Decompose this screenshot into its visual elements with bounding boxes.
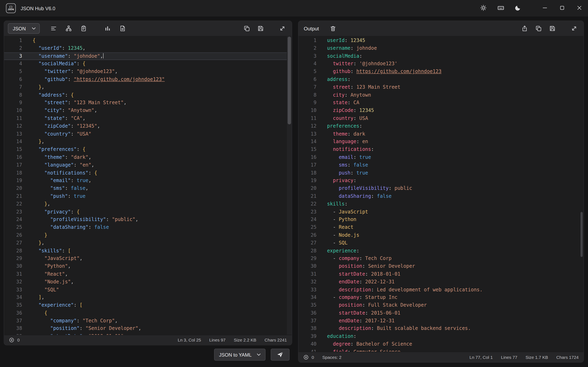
- format-button[interactable]: [48, 23, 59, 34]
- language-selector[interactable]: JSON: [8, 23, 40, 34]
- code-line[interactable]: 13 "country": "USA": [4, 130, 292, 138]
- code-line[interactable]: 19 privacy:: [298, 177, 584, 185]
- code-line[interactable]: 11 country: USA: [298, 115, 584, 122]
- code-line[interactable]: 29 "JavaScript",: [4, 255, 292, 263]
- code-line[interactable]: 2 "userId": 12345,: [4, 44, 292, 52]
- json-editor[interactable]: 1{2 "userId": 12345,3 "username": "johnd…: [4, 36, 292, 335]
- code-line[interactable]: 4 "socialMedia": {: [4, 60, 292, 68]
- save-input-button[interactable]: [255, 23, 266, 34]
- code-line[interactable]: 7 },: [4, 83, 292, 91]
- code-line[interactable]: 27 - SQL: [298, 239, 584, 247]
- code-line[interactable]: 11 "state": "CA",: [4, 115, 292, 122]
- code-line[interactable]: 14 },: [4, 138, 292, 146]
- code-line[interactable]: 28experience:: [298, 247, 584, 255]
- code-line[interactable]: 5 github: https://github.com/johndoe123: [298, 68, 584, 76]
- code-line[interactable]: 32 "Node.js",: [4, 278, 292, 286]
- theme-toggle-button[interactable]: [509, 0, 526, 17]
- right-scrollbar-thumb[interactable]: [580, 212, 583, 257]
- code-line[interactable]: 23 - JavaScript: [298, 208, 584, 216]
- code-line[interactable]: 6 "github": "https://github.com/johndoe1…: [4, 76, 292, 83]
- code-line[interactable]: 24 - Python: [298, 216, 584, 224]
- save-output-button[interactable]: [547, 23, 558, 34]
- code-line[interactable]: 35 "experience": [: [4, 301, 292, 309]
- yaml-output-editor[interactable]: 1userId: 123452username: johndoe3socialM…: [298, 36, 584, 351]
- code-line[interactable]: 14 language: en: [298, 138, 584, 146]
- load-file-button[interactable]: [117, 23, 128, 34]
- copy-output-button[interactable]: [533, 23, 544, 34]
- code-line[interactable]: 1{: [4, 37, 292, 44]
- clear-output-button[interactable]: [327, 23, 338, 34]
- code-line[interactable]: 21 "push": true: [4, 192, 292, 200]
- code-line[interactable]: 31 "React",: [4, 270, 292, 278]
- share-output-button[interactable]: [519, 23, 530, 34]
- code-line[interactable]: 10 "city": "Anytown",: [4, 107, 292, 115]
- code-line[interactable]: 38 description: Built scalable backend s…: [298, 325, 584, 333]
- code-line[interactable]: 30 position: Senior Developer: [298, 263, 584, 270]
- code-line[interactable]: 38 "position": "Senior Developer",: [4, 325, 292, 333]
- stats-button[interactable]: [102, 23, 113, 34]
- close-button[interactable]: [571, 0, 588, 17]
- code-line[interactable]: 3socialMedia:: [298, 52, 584, 60]
- code-line[interactable]: 22skills:: [298, 200, 584, 208]
- code-line[interactable]: 13 theme: dark: [298, 130, 584, 138]
- code-line[interactable]: 30 "Python",: [4, 263, 292, 270]
- code-line[interactable]: 35 position: Full Stack Developer: [298, 301, 584, 309]
- code-line[interactable]: 25 - React: [298, 224, 584, 231]
- code-line[interactable]: 22 },: [4, 200, 292, 208]
- code-line[interactable]: 8 city: Anytown: [298, 91, 584, 99]
- code-line[interactable]: 20 "sms": false,: [4, 185, 292, 192]
- code-line[interactable]: 15 "preferences": {: [4, 146, 292, 154]
- code-line[interactable]: 16 "theme": "dark",: [4, 154, 292, 161]
- code-line[interactable]: 23 "privacy": {: [4, 208, 292, 216]
- conversion-mode-selector[interactable]: JSON to YAML: [214, 349, 266, 361]
- code-line[interactable]: 25 "dataSharing": false: [4, 224, 292, 231]
- code-line[interactable]: 12preferences:: [298, 122, 584, 130]
- code-line[interactable]: 20 profileVisibility: public: [298, 185, 584, 192]
- expand-input-button[interactable]: [277, 23, 288, 34]
- code-line[interactable]: 37 endDate: 2017-12-31: [298, 317, 584, 325]
- code-line[interactable]: 26 }: [4, 231, 292, 239]
- code-line[interactable]: 5 "twitter": "@johndoe123",: [4, 68, 292, 76]
- code-line[interactable]: 16 email: true: [298, 154, 584, 161]
- settings-button[interactable]: [475, 0, 492, 17]
- paste-button[interactable]: [78, 23, 89, 34]
- left-scrollbar-thumb[interactable]: [288, 37, 291, 124]
- code-line[interactable]: 4 twitter: '@johndoe123': [298, 60, 584, 68]
- code-line[interactable]: 2username: johndoe: [298, 44, 584, 52]
- code-line[interactable]: 17 sms: false: [298, 161, 584, 169]
- code-line[interactable]: 33 "SQL": [4, 286, 292, 294]
- code-line[interactable]: 19 "email": true,: [4, 177, 292, 185]
- code-line[interactable]: 33 description: Led development of web a…: [298, 286, 584, 294]
- code-line[interactable]: 37 "company": "Tech Corp",: [4, 317, 292, 325]
- keyboard-shortcuts-button[interactable]: [492, 0, 509, 17]
- code-line[interactable]: 21 dataSharing: false: [298, 192, 584, 200]
- maximize-button[interactable]: [553, 0, 571, 17]
- code-line[interactable]: 28 "skills": [: [4, 247, 292, 255]
- code-line[interactable]: 27 },: [4, 239, 292, 247]
- code-line[interactable]: 31 startDate: 2018-01-01: [298, 270, 584, 278]
- tree-view-button[interactable]: [63, 23, 74, 34]
- code-line[interactable]: 41 field: Computer Science: [298, 348, 584, 352]
- code-line[interactable]: 12 "zipCode": "12345",: [4, 122, 292, 130]
- code-line[interactable]: 39 "startDate": "2018-01-01",: [4, 333, 292, 335]
- code-line[interactable]: 15 notifications:: [298, 146, 584, 154]
- code-line[interactable]: 7 street: 123 Main Street: [298, 83, 584, 91]
- expand-output-button[interactable]: [568, 23, 580, 34]
- code-line[interactable]: 39education:: [298, 333, 584, 341]
- code-line[interactable]: 24 "profileVisibility": "public",: [4, 216, 292, 224]
- left-scrollbar-track[interactable]: [287, 36, 292, 335]
- code-line[interactable]: 26 - Node.js: [298, 231, 584, 239]
- code-line[interactable]: 18 "notifications": {: [4, 169, 292, 177]
- code-line[interactable]: 40 degree: Bachelor of Science: [298, 341, 584, 348]
- code-line[interactable]: 36 {: [4, 309, 292, 317]
- code-line[interactable]: 1userId: 12345: [298, 37, 584, 44]
- code-line[interactable]: 17 "language": "en",: [4, 161, 292, 169]
- code-line[interactable]: 29 - company: Tech Corp: [298, 255, 584, 263]
- output-indent-setting[interactable]: Spaces: 2: [322, 355, 342, 359]
- code-line[interactable]: 9 "street": "123 Main Street",: [4, 99, 292, 107]
- convert-button[interactable]: [271, 349, 290, 361]
- code-line[interactable]: 34 - company: Startup Inc: [298, 294, 584, 301]
- code-line[interactable]: 9 state: CA: [298, 99, 584, 107]
- code-line[interactable]: 8 "address": {: [4, 91, 292, 99]
- code-line[interactable]: 32 endDate: 2022-12-31: [298, 278, 584, 286]
